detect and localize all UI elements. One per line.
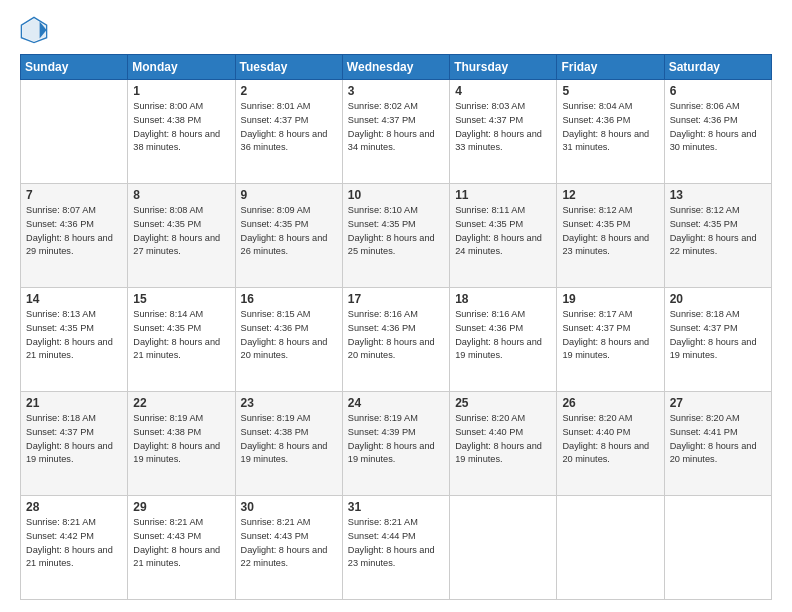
day-info: Sunrise: 8:21 AMSunset: 4:43 PMDaylight:…	[133, 516, 229, 571]
day-number: 21	[26, 396, 122, 410]
day-info: Sunrise: 8:21 AMSunset: 4:42 PMDaylight:…	[26, 516, 122, 571]
day-info: Sunrise: 8:11 AMSunset: 4:35 PMDaylight:…	[455, 204, 551, 259]
day-info: Sunrise: 8:16 AMSunset: 4:36 PMDaylight:…	[455, 308, 551, 363]
day-cell: 1Sunrise: 8:00 AMSunset: 4:38 PMDaylight…	[128, 80, 235, 184]
week-row-1: 1Sunrise: 8:00 AMSunset: 4:38 PMDaylight…	[21, 80, 772, 184]
day-number: 27	[670, 396, 766, 410]
day-number: 24	[348, 396, 444, 410]
logo-icon	[20, 16, 48, 44]
day-cell: 31Sunrise: 8:21 AMSunset: 4:44 PMDayligh…	[342, 496, 449, 600]
day-cell: 6Sunrise: 8:06 AMSunset: 4:36 PMDaylight…	[664, 80, 771, 184]
logo	[20, 16, 50, 44]
header	[20, 16, 772, 44]
day-cell: 9Sunrise: 8:09 AMSunset: 4:35 PMDaylight…	[235, 184, 342, 288]
day-number: 15	[133, 292, 229, 306]
day-info: Sunrise: 8:01 AMSunset: 4:37 PMDaylight:…	[241, 100, 337, 155]
day-info: Sunrise: 8:03 AMSunset: 4:37 PMDaylight:…	[455, 100, 551, 155]
day-cell: 15Sunrise: 8:14 AMSunset: 4:35 PMDayligh…	[128, 288, 235, 392]
day-info: Sunrise: 8:17 AMSunset: 4:37 PMDaylight:…	[562, 308, 658, 363]
day-cell: 11Sunrise: 8:11 AMSunset: 4:35 PMDayligh…	[450, 184, 557, 288]
day-cell: 18Sunrise: 8:16 AMSunset: 4:36 PMDayligh…	[450, 288, 557, 392]
day-number: 16	[241, 292, 337, 306]
day-cell: 29Sunrise: 8:21 AMSunset: 4:43 PMDayligh…	[128, 496, 235, 600]
day-number: 25	[455, 396, 551, 410]
day-number: 19	[562, 292, 658, 306]
day-cell: 28Sunrise: 8:21 AMSunset: 4:42 PMDayligh…	[21, 496, 128, 600]
week-row-5: 28Sunrise: 8:21 AMSunset: 4:42 PMDayligh…	[21, 496, 772, 600]
day-number: 12	[562, 188, 658, 202]
day-cell: 14Sunrise: 8:13 AMSunset: 4:35 PMDayligh…	[21, 288, 128, 392]
day-number: 11	[455, 188, 551, 202]
day-cell: 3Sunrise: 8:02 AMSunset: 4:37 PMDaylight…	[342, 80, 449, 184]
day-cell	[557, 496, 664, 600]
day-info: Sunrise: 8:21 AMSunset: 4:44 PMDaylight:…	[348, 516, 444, 571]
day-number: 13	[670, 188, 766, 202]
week-row-2: 7Sunrise: 8:07 AMSunset: 4:36 PMDaylight…	[21, 184, 772, 288]
day-info: Sunrise: 8:16 AMSunset: 4:36 PMDaylight:…	[348, 308, 444, 363]
day-number: 4	[455, 84, 551, 98]
day-number: 29	[133, 500, 229, 514]
day-number: 26	[562, 396, 658, 410]
day-number: 22	[133, 396, 229, 410]
day-cell: 27Sunrise: 8:20 AMSunset: 4:41 PMDayligh…	[664, 392, 771, 496]
day-cell	[21, 80, 128, 184]
day-cell: 25Sunrise: 8:20 AMSunset: 4:40 PMDayligh…	[450, 392, 557, 496]
weekday-header-friday: Friday	[557, 55, 664, 80]
day-number: 8	[133, 188, 229, 202]
calendar-table: SundayMondayTuesdayWednesdayThursdayFrid…	[20, 54, 772, 600]
day-number: 1	[133, 84, 229, 98]
day-info: Sunrise: 8:08 AMSunset: 4:35 PMDaylight:…	[133, 204, 229, 259]
day-cell: 22Sunrise: 8:19 AMSunset: 4:38 PMDayligh…	[128, 392, 235, 496]
day-cell: 16Sunrise: 8:15 AMSunset: 4:36 PMDayligh…	[235, 288, 342, 392]
day-info: Sunrise: 8:20 AMSunset: 4:40 PMDaylight:…	[562, 412, 658, 467]
day-number: 17	[348, 292, 444, 306]
day-info: Sunrise: 8:00 AMSunset: 4:38 PMDaylight:…	[133, 100, 229, 155]
day-cell	[450, 496, 557, 600]
day-number: 18	[455, 292, 551, 306]
day-info: Sunrise: 8:18 AMSunset: 4:37 PMDaylight:…	[670, 308, 766, 363]
day-cell: 4Sunrise: 8:03 AMSunset: 4:37 PMDaylight…	[450, 80, 557, 184]
day-info: Sunrise: 8:19 AMSunset: 4:38 PMDaylight:…	[133, 412, 229, 467]
day-number: 20	[670, 292, 766, 306]
weekday-header-row: SundayMondayTuesdayWednesdayThursdayFrid…	[21, 55, 772, 80]
day-info: Sunrise: 8:07 AMSunset: 4:36 PMDaylight:…	[26, 204, 122, 259]
day-info: Sunrise: 8:06 AMSunset: 4:36 PMDaylight:…	[670, 100, 766, 155]
weekday-header-sunday: Sunday	[21, 55, 128, 80]
day-info: Sunrise: 8:13 AMSunset: 4:35 PMDaylight:…	[26, 308, 122, 363]
day-info: Sunrise: 8:02 AMSunset: 4:37 PMDaylight:…	[348, 100, 444, 155]
day-info: Sunrise: 8:10 AMSunset: 4:35 PMDaylight:…	[348, 204, 444, 259]
day-info: Sunrise: 8:15 AMSunset: 4:36 PMDaylight:…	[241, 308, 337, 363]
day-cell: 8Sunrise: 8:08 AMSunset: 4:35 PMDaylight…	[128, 184, 235, 288]
day-info: Sunrise: 8:19 AMSunset: 4:39 PMDaylight:…	[348, 412, 444, 467]
day-number: 5	[562, 84, 658, 98]
weekday-header-monday: Monday	[128, 55, 235, 80]
day-info: Sunrise: 8:12 AMSunset: 4:35 PMDaylight:…	[562, 204, 658, 259]
day-cell: 5Sunrise: 8:04 AMSunset: 4:36 PMDaylight…	[557, 80, 664, 184]
day-info: Sunrise: 8:04 AMSunset: 4:36 PMDaylight:…	[562, 100, 658, 155]
day-info: Sunrise: 8:19 AMSunset: 4:38 PMDaylight:…	[241, 412, 337, 467]
day-number: 7	[26, 188, 122, 202]
day-cell: 26Sunrise: 8:20 AMSunset: 4:40 PMDayligh…	[557, 392, 664, 496]
weekday-header-wednesday: Wednesday	[342, 55, 449, 80]
day-number: 31	[348, 500, 444, 514]
day-info: Sunrise: 8:20 AMSunset: 4:41 PMDaylight:…	[670, 412, 766, 467]
day-info: Sunrise: 8:20 AMSunset: 4:40 PMDaylight:…	[455, 412, 551, 467]
day-cell: 20Sunrise: 8:18 AMSunset: 4:37 PMDayligh…	[664, 288, 771, 392]
day-cell: 10Sunrise: 8:10 AMSunset: 4:35 PMDayligh…	[342, 184, 449, 288]
day-number: 23	[241, 396, 337, 410]
day-number: 30	[241, 500, 337, 514]
day-cell: 24Sunrise: 8:19 AMSunset: 4:39 PMDayligh…	[342, 392, 449, 496]
weekday-header-thursday: Thursday	[450, 55, 557, 80]
day-cell: 19Sunrise: 8:17 AMSunset: 4:37 PMDayligh…	[557, 288, 664, 392]
day-cell: 30Sunrise: 8:21 AMSunset: 4:43 PMDayligh…	[235, 496, 342, 600]
weekday-header-saturday: Saturday	[664, 55, 771, 80]
day-cell	[664, 496, 771, 600]
day-cell: 17Sunrise: 8:16 AMSunset: 4:36 PMDayligh…	[342, 288, 449, 392]
day-cell: 7Sunrise: 8:07 AMSunset: 4:36 PMDaylight…	[21, 184, 128, 288]
day-number: 14	[26, 292, 122, 306]
page: SundayMondayTuesdayWednesdayThursdayFrid…	[0, 0, 792, 612]
day-info: Sunrise: 8:21 AMSunset: 4:43 PMDaylight:…	[241, 516, 337, 571]
day-info: Sunrise: 8:12 AMSunset: 4:35 PMDaylight:…	[670, 204, 766, 259]
day-cell: 13Sunrise: 8:12 AMSunset: 4:35 PMDayligh…	[664, 184, 771, 288]
day-info: Sunrise: 8:14 AMSunset: 4:35 PMDaylight:…	[133, 308, 229, 363]
